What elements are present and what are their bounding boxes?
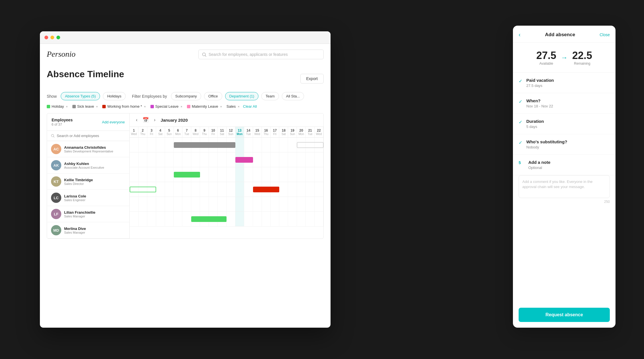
special-leave-color-dot bbox=[150, 105, 154, 108]
traffic-lights bbox=[44, 36, 60, 39]
calendar-icon[interactable]: 📅 bbox=[142, 117, 149, 123]
employee-row: MD Merlina Dive Sales Manager bbox=[47, 222, 129, 238]
tag-maternity-leave-label: Maternity Leave bbox=[192, 104, 218, 109]
fullscreen-traffic-light[interactable] bbox=[56, 36, 60, 39]
available-balance: 27.5 Available bbox=[536, 50, 556, 66]
tag-sick-leave-label: Sick leave bbox=[77, 104, 94, 109]
avatar: LF bbox=[51, 209, 61, 219]
day-header-14: 14Tue bbox=[244, 127, 253, 137]
add-everyone-link[interactable]: Add everyone bbox=[102, 120, 125, 124]
day-header-16: 16Thu bbox=[262, 127, 271, 137]
char-count: 250 bbox=[519, 200, 610, 204]
panel-back-button[interactable]: ‹ bbox=[519, 31, 521, 38]
search-placeholder-text: Search for employees, applicants or feat… bbox=[209, 52, 288, 57]
holidays-filter[interactable]: Holidays bbox=[103, 92, 126, 100]
day-header-4: 4Sat bbox=[156, 127, 165, 137]
duration-value: 5 days bbox=[526, 125, 610, 129]
balance-section: 27.5 Available → 22.5 Remaining bbox=[513, 43, 616, 73]
day-header-21: 21Tue bbox=[306, 127, 315, 137]
app-logo: Personio bbox=[47, 50, 76, 59]
avatar: AC bbox=[51, 144, 61, 154]
days-header: 1Wed 2Thu 3Fri 4Sat 5Sun 6Mon 7Tue 8Wed … bbox=[130, 127, 323, 138]
calendar-nav: ‹ 📅 › January 2020 bbox=[130, 113, 323, 127]
employee-role: Sales Manager bbox=[64, 231, 86, 234]
show-label: Show bbox=[47, 94, 57, 99]
avatar: LC bbox=[51, 193, 61, 203]
remaining-label: Remaining bbox=[572, 62, 592, 66]
tag-wfh-label: Working from home * bbox=[107, 104, 142, 109]
calendar-prev-button[interactable]: ‹ bbox=[134, 117, 139, 123]
day-header-8: 8Wed bbox=[191, 127, 200, 137]
employee-search[interactable] bbox=[47, 131, 129, 141]
comment-area[interactable]: Add a comment if you like. Everyone in t… bbox=[519, 175, 610, 198]
all-statuses-filter[interactable]: All Sta... bbox=[282, 92, 304, 100]
employee-role: Sales Development Representative bbox=[64, 150, 113, 153]
employee-info: Merlina Dive Sales Manager bbox=[64, 227, 86, 234]
employee-role: Sales Manager bbox=[64, 215, 95, 218]
panel-close-button[interactable]: Close bbox=[600, 32, 610, 37]
employee-row: LC Larissa Cole Sales Engineer bbox=[47, 190, 129, 206]
check-icon-3: ✓ bbox=[519, 119, 522, 125]
browser-window: Personio Search for employees, applicant… bbox=[40, 31, 331, 328]
day-header-20: 20Mon bbox=[297, 127, 306, 137]
duration-label: Duration bbox=[526, 119, 610, 124]
tag-sick-leave-remove[interactable]: × bbox=[96, 105, 98, 108]
export-button[interactable]: Export bbox=[300, 74, 324, 83]
department-filter[interactable]: Department (1) bbox=[225, 92, 258, 100]
tag-special-leave-remove[interactable]: × bbox=[180, 105, 182, 108]
tags-row: Holiday × Sick leave × Working from home… bbox=[47, 104, 324, 109]
clear-all-button[interactable]: Clear All bbox=[243, 104, 257, 109]
subcompany-filter[interactable]: Subcompany bbox=[171, 92, 201, 100]
tag-wfh-remove[interactable]: × bbox=[144, 105, 146, 108]
day-header-11: 11Sat bbox=[218, 127, 227, 137]
team-filter[interactable]: Team bbox=[261, 92, 279, 100]
employees-title: Employees bbox=[52, 118, 73, 122]
request-absence-button[interactable]: Request absence bbox=[519, 308, 610, 322]
form-item-substitute: ✓ Who's substituting? Nobody bbox=[513, 134, 616, 155]
tag-special-leave: Special Leave × bbox=[150, 104, 182, 109]
absence-bar-annamaria-sick[interactable] bbox=[174, 142, 235, 148]
office-filter[interactable]: Office bbox=[204, 92, 222, 100]
absence-bar-larissa-wfh[interactable] bbox=[253, 187, 280, 192]
check-icon-4: ✓ bbox=[519, 140, 522, 145]
day-header-5: 5Sun bbox=[165, 127, 174, 137]
day-header-7: 7Tue bbox=[182, 127, 191, 137]
form-item-vacation-type: ✓ Paid vacation 27.5 days bbox=[513, 73, 616, 93]
available-label: Available bbox=[536, 62, 556, 66]
calendar-next-button[interactable]: › bbox=[152, 117, 157, 123]
day-header-9: 9Thu bbox=[200, 127, 209, 137]
note-value: Optional bbox=[528, 166, 610, 170]
employee-info: Ashby Kuhlen Associate Account Executive bbox=[64, 162, 104, 169]
form-item-duration: ✓ Duration 5 days bbox=[513, 114, 616, 134]
when-value: Nov 18 - Nov 22 bbox=[526, 104, 610, 108]
filter-row: Show Absence Types (5) Holidays Filter E… bbox=[47, 92, 324, 100]
tag-maternity-leave-remove[interactable]: × bbox=[220, 105, 222, 108]
day-header-22: 22Wed bbox=[315, 127, 323, 137]
search-employees-icon bbox=[51, 134, 54, 138]
absence-bar-merlina-holiday[interactable] bbox=[191, 216, 227, 222]
absence-bar-larissa-outline[interactable] bbox=[130, 187, 156, 192]
employees-panel: Employees 6 of 37 Add everyone bbox=[47, 113, 130, 238]
employee-row: AK Ashby Kuhlen Associate Account Execut… bbox=[47, 157, 129, 174]
calendar-panel: ‹ 📅 › January 2020 1Wed 2Thu 3Fri 4Sat 5… bbox=[130, 113, 323, 238]
substitute-content: Who's substituting? Nobody bbox=[526, 139, 610, 149]
absence-types-filter[interactable]: Absence Types (5) bbox=[61, 92, 100, 100]
calendar-month-title: January 2020 bbox=[161, 118, 188, 123]
minimize-traffic-light[interactable] bbox=[50, 36, 54, 39]
absence-bar-annamaria-outline[interactable] bbox=[297, 142, 323, 148]
close-traffic-light[interactable] bbox=[44, 36, 48, 39]
tag-holiday-remove[interactable]: × bbox=[66, 105, 68, 108]
tag-sales-remove[interactable]: × bbox=[238, 105, 239, 108]
panel-header: ‹ Add absence Close bbox=[513, 26, 616, 43]
search-bar[interactable]: Search for employees, applicants or feat… bbox=[198, 50, 324, 59]
employee-search-input[interactable] bbox=[57, 134, 125, 138]
calendar-row-merlina bbox=[130, 212, 323, 227]
day-header-6: 6Mon bbox=[174, 127, 183, 137]
check-icon-1: ✓ bbox=[519, 78, 522, 84]
wfh-color-dot bbox=[102, 105, 106, 108]
available-value: 27.5 bbox=[536, 50, 556, 61]
panel-title: Add absence bbox=[545, 32, 575, 38]
day-header-18: 18Sat bbox=[279, 127, 288, 137]
absence-bar-ashby-special[interactable] bbox=[235, 157, 253, 163]
absence-bar-kellie-holiday[interactable] bbox=[174, 172, 200, 178]
